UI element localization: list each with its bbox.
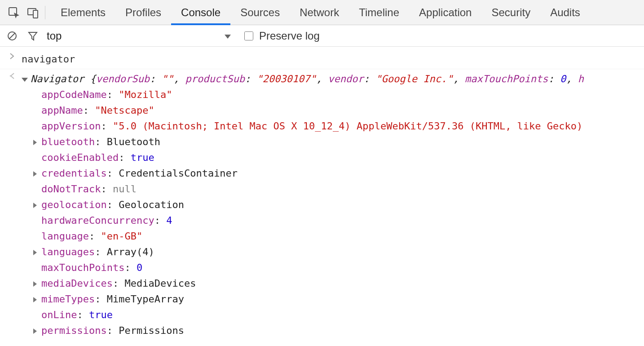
prop-language: ·language: "en-GB": [33, 228, 644, 244]
preserve-log-toggle[interactable]: Preserve log: [243, 30, 320, 42]
output-chevron-icon: [3, 71, 22, 80]
object-summary[interactable]: Navigator {vendorSub: "", productSub: "2…: [22, 71, 644, 87]
tab-network[interactable]: Network: [290, 0, 349, 25]
prop-hardwareConcurrency: ·hardwareConcurrency: 4: [33, 213, 644, 228]
context-label: top: [47, 30, 62, 42]
tab-sources[interactable]: Sources: [230, 0, 290, 25]
expand-icon[interactable]: [33, 275, 41, 291]
prop-doNotTrack: ·doNotTrack: null: [33, 181, 644, 197]
expand-icon[interactable]: [33, 291, 41, 307]
prop-cookieEnabled: ·cookieEnabled: true: [33, 150, 644, 165]
prop-mediaDevices[interactable]: mediaDevices: MediaDevices: [33, 275, 644, 291]
prop-languages[interactable]: languages: Array(4): [33, 244, 644, 260]
tab-console[interactable]: Console: [171, 0, 230, 25]
tab-elements[interactable]: Elements: [51, 0, 115, 25]
expand-icon[interactable]: [33, 197, 41, 213]
tab-timeline[interactable]: Timeline: [349, 0, 409, 25]
prop-bluetooth[interactable]: bluetooth: Bluetooth: [33, 134, 644, 150]
inspect-element-icon[interactable]: [4, 4, 23, 22]
prop-permissions[interactable]: permissions: Permissions: [33, 323, 644, 338]
prop-maxTouchPoints: ·maxTouchPoints: 0: [33, 260, 644, 275]
svg-line-4: [9, 33, 15, 39]
prop-appName: ·appName: "Netscape": [33, 102, 644, 118]
clear-console-icon[interactable]: [5, 29, 19, 43]
expand-icon[interactable]: [33, 323, 41, 338]
separator: [45, 6, 45, 19]
svg-rect-2: [33, 10, 38, 18]
expand-icon[interactable]: [33, 244, 41, 260]
tab-security[interactable]: Security: [481, 0, 540, 25]
prop-appCodeName: ·appCodeName: "Mozilla": [33, 87, 644, 102]
tab-audits[interactable]: Audits: [540, 0, 590, 25]
prop-appVersion: ·appVersion: "5.0 (Macintosh; Intel Mac …: [33, 118, 644, 134]
expand-icon[interactable]: [33, 165, 41, 181]
console-toolbar: top Preserve log: [0, 25, 644, 47]
dropdown-caret-icon: [225, 30, 232, 42]
input-text: navigator: [22, 51, 644, 67]
prop-onLine: ·onLine: true: [33, 307, 644, 323]
console-input-line[interactable]: navigator: [0, 49, 644, 69]
execution-context-selector[interactable]: top: [47, 30, 235, 42]
prop-geolocation[interactable]: geolocation: Geolocation: [33, 197, 644, 213]
expand-icon[interactable]: [33, 134, 41, 150]
prop-credentials[interactable]: credentials: CredentialsContainer: [33, 165, 644, 181]
device-toolbar-icon[interactable]: [23, 4, 42, 22]
preserve-log-checkbox[interactable]: [244, 31, 253, 40]
filter-icon[interactable]: [26, 29, 40, 43]
console-result: Navigator {vendorSub: "", productSub: "2…: [0, 69, 644, 338]
prop-mimeTypes[interactable]: mimeTypes: MimeTypeArray: [33, 291, 644, 307]
input-chevron-icon: [3, 51, 22, 60]
console-output: navigator Navigator {vendorSub: "", prod…: [0, 47, 644, 338]
devtools-tabbar: ElementsProfilesConsoleSourcesNetworkTim…: [0, 0, 644, 25]
svg-point-5: [10, 75, 11, 77]
object-properties: ·appCodeName: "Mozilla"·appName: "Netsca…: [22, 87, 644, 338]
expand-toggle-icon[interactable]: [22, 71, 29, 87]
preserve-log-label: Preserve log: [259, 30, 320, 42]
tab-profiles[interactable]: Profiles: [115, 0, 171, 25]
tab-application[interactable]: Application: [409, 0, 481, 25]
